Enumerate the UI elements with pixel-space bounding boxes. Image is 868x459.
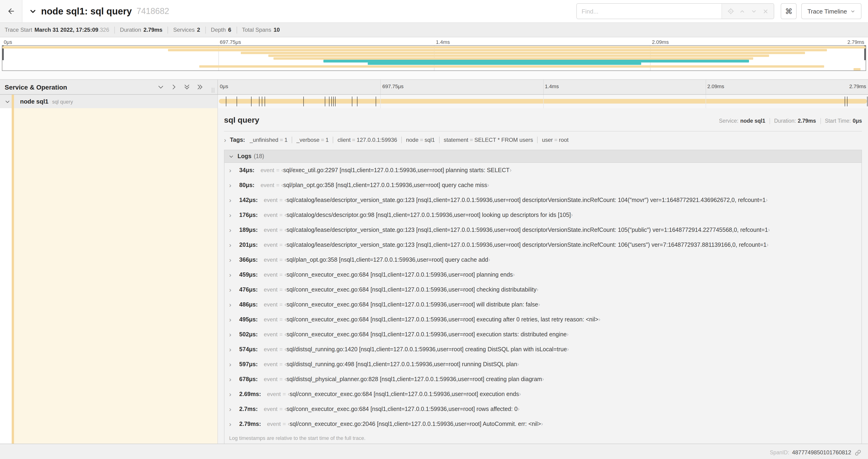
expand-one-icon[interactable]: [170, 84, 177, 91]
tag-item: node=sql1: [406, 137, 435, 143]
log-event-message: sql/conn_executor_exec.go:2046 [nsql1,cl…: [290, 421, 541, 427]
log-event-key: event: [264, 212, 278, 218]
log-marker[interactable]: [259, 97, 259, 106]
log-marker[interactable]: [847, 97, 847, 106]
log-entry[interactable]: › 2.79ms: event = ‹ sql/conn_executor_ex…: [224, 417, 862, 431]
log-entry[interactable]: › 2.69ms: event = ‹ sql/conn_executor_ex…: [224, 387, 862, 402]
log-entry[interactable]: › 201μs: event = ‹ sql/catalog/lease/des…: [224, 237, 862, 252]
log-entry[interactable]: › 678μs: event = ‹ sql/distsql_physical_…: [224, 372, 862, 387]
log-marker[interactable]: [357, 97, 358, 106]
gridline: [543, 80, 544, 94]
tag-item: client=127.0.0.1:59936: [338, 137, 397, 143]
chevron-right-icon: ›: [229, 361, 231, 368]
log-marker[interactable]: [335, 97, 335, 106]
log-event-key: event: [264, 346, 278, 353]
log-marker[interactable]: [867, 97, 868, 106]
divider: [770, 118, 770, 124]
tag-item: _verbose=1: [296, 137, 329, 143]
log-entry[interactable]: › 476μs: event = ‹ sql/conn_executor_exe…: [224, 282, 862, 297]
chevron-right-icon: ›: [229, 331, 231, 338]
log-entry[interactable]: › 176μs: event = ‹ sql/catalog/descs/des…: [224, 207, 862, 223]
log-event-key: event: [267, 391, 281, 397]
timeline-minimap[interactable]: [2, 45, 866, 71]
log-entry[interactable]: › 366μs: event = ‹ sql/plan_opt.go:358 […: [224, 252, 862, 267]
log-marker[interactable]: [329, 97, 329, 106]
divider: [537, 137, 538, 143]
log-marker[interactable]: [237, 97, 237, 106]
log-entry[interactable]: › 2.7ms: event = ‹ sql/conn_executor_exe…: [224, 402, 862, 417]
log-entry[interactable]: › 80μs: event = ‹ sql/plan_opt.go:358 [n…: [224, 178, 862, 193]
detail-row-highlight: [14, 108, 217, 444]
log-marker[interactable]: [376, 97, 376, 106]
chevron-down-icon: [29, 7, 37, 15]
log-entry[interactable]: › 574μs: event = ‹ sql/distsql_running.g…: [224, 342, 862, 357]
tag-item: statement=SELECT * FROM users: [444, 137, 533, 143]
clear-search-icon[interactable]: [762, 8, 768, 14]
chevron-down-icon[interactable]: [5, 99, 10, 104]
log-entry[interactable]: › 502μs: event = ‹ sql/conn_executor_exe…: [224, 327, 862, 342]
tags-accordion[interactable]: › Tags: _unfinished=1_verbose=1client=12…: [224, 133, 862, 147]
locate-icon[interactable]: [727, 8, 734, 14]
log-entry[interactable]: › 189μs: event = ‹ sql/catalog/lease/des…: [224, 223, 862, 237]
log-event-message: sql/conn_executor_exec.go:684 [nsql1,cli…: [286, 316, 598, 323]
divider: [292, 137, 292, 143]
span-bar-cell[interactable]: [218, 95, 868, 108]
log-event-message: sql/exec_util.go:2297 [nsql1,client=127.…: [283, 167, 509, 173]
divider: [167, 26, 168, 33]
log-timestamp: 502μs:: [239, 331, 257, 338]
view-options-button[interactable]: Trace Timeline: [801, 3, 862, 19]
minimap-span-bar: [854, 68, 861, 70]
logs-header[interactable]: Logs (18): [224, 150, 862, 163]
find-input[interactable]: [577, 4, 721, 19]
span-name-cell[interactable]: node sql1 sql query: [0, 95, 218, 108]
next-match-icon[interactable]: [751, 8, 757, 14]
top-bar: node sql1: sql query 7418682: [0, 0, 868, 22]
log-entry[interactable]: › 486μs: event = ‹ sql/conn_executor_exe…: [224, 297, 862, 312]
expand-collapse-controls: [157, 84, 204, 91]
log-marker[interactable]: [303, 97, 304, 106]
service-operation-label: Service & Operation: [5, 83, 67, 91]
view-options-label: Trace Timeline: [807, 8, 847, 15]
expand-all-icon[interactable]: [196, 84, 204, 91]
trace-collapse-chevron[interactable]: [29, 7, 37, 15]
minimap-tick-labels: 0μs697.75μs1.4ms2.09ms2.79ms: [2, 37, 866, 45]
page-title: node sql1: sql query: [41, 6, 132, 17]
log-marker[interactable]: [352, 97, 352, 106]
log-marker[interactable]: [262, 97, 262, 106]
link-icon[interactable]: [855, 450, 861, 456]
divider: [114, 26, 115, 33]
log-event-key: event: [260, 167, 274, 173]
log-marker[interactable]: [325, 97, 325, 106]
log-entry[interactable]: › 495μs: event = ‹ sql/conn_executor_exe…: [224, 312, 862, 327]
tick-label: 697.75μs: [382, 84, 404, 89]
log-entry[interactable]: › 34μs: event = ‹ sql/exec_util.go:2297 …: [224, 163, 862, 178]
back-button[interactable]: [0, 0, 22, 22]
log-timestamp: 189μs:: [239, 227, 257, 233]
span-service-name: node sql1: [20, 98, 48, 105]
minimap-span-bar: [199, 65, 825, 68]
prev-match-icon[interactable]: [739, 8, 745, 14]
trace-timeline-page: node sql1: sql query 7418682: [0, 0, 868, 459]
service-color-accent: [12, 108, 14, 444]
log-entry[interactable]: › 142μs: event = ‹ sql/catalog/lease/des…: [224, 193, 862, 207]
log-timestamp: 597μs:: [239, 361, 257, 368]
log-entry[interactable]: › 597μs: event = ‹ sql/distsql_running.g…: [224, 357, 862, 372]
log-entry[interactable]: › 459μs: event = ‹ sql/conn_executor_exe…: [224, 267, 862, 282]
collapse-one-icon[interactable]: [157, 84, 164, 91]
arrow-left-icon: [7, 7, 15, 15]
keyboard-shortcuts-button[interactable]: ⌘: [781, 3, 797, 19]
log-marker[interactable]: [265, 97, 265, 106]
log-marker[interactable]: [845, 97, 845, 106]
log-marker[interactable]: [251, 97, 251, 106]
collapse-all-icon[interactable]: [183, 84, 190, 91]
log-marker[interactable]: [331, 97, 332, 106]
span-detail-indent-column: [0, 108, 218, 444]
column-resizer-grip[interactable]: [212, 88, 214, 93]
log-timestamp: 476μs:: [239, 286, 257, 293]
divider: [820, 118, 820, 124]
log-event-key: event: [264, 271, 278, 278]
divider: [439, 137, 440, 143]
log-marker[interactable]: [226, 97, 226, 106]
log-marker[interactable]: [333, 97, 334, 106]
logs-accordion: Logs (18) › 34μs: event = ‹ sql/exec_uti…: [224, 150, 862, 444]
